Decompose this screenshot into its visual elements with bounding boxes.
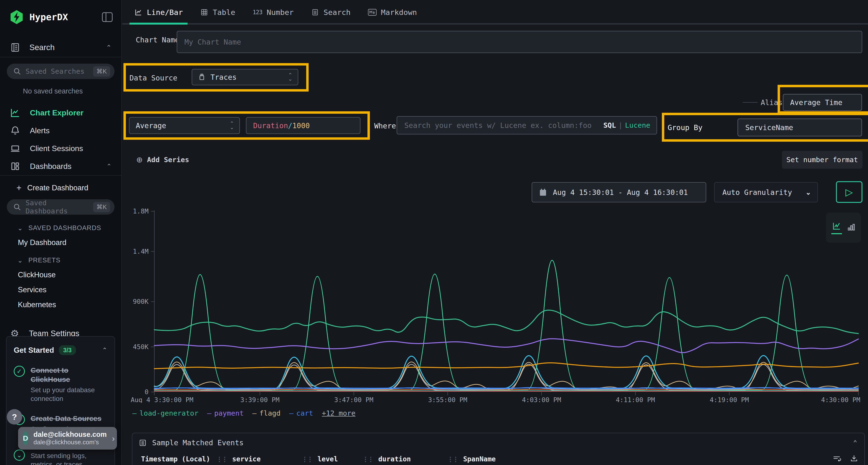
expression-input[interactable]: Duration/1000 xyxy=(246,117,361,134)
get-started-title: Get Started xyxy=(14,346,54,355)
svg-text:3:39:00 PM: 3:39:00 PM xyxy=(240,396,280,403)
get-started-item-send-data[interactable]: ⌄ Start sending logs, metrics, or traces xyxy=(14,450,107,465)
sql-mode[interactable]: SQL xyxy=(603,121,616,129)
column-header[interactable]: Timestamp (Local) xyxy=(141,455,210,463)
sidebar-item-team-settings[interactable]: ⚙ Team Settings xyxy=(0,309,121,339)
saved-searches-input[interactable]: Saved Searches ⌘K xyxy=(7,64,115,79)
legend-dash-icon: — xyxy=(132,409,136,417)
laptop-icon xyxy=(10,143,21,154)
kbd-shortcut: ⌘K xyxy=(93,66,110,77)
sidebar-item-services[interactable]: Services xyxy=(0,279,121,294)
legend-item[interactable]: — flagd xyxy=(252,409,281,417)
download-icon[interactable] xyxy=(849,455,859,464)
sidebar-item-my-dashboard[interactable]: My Dashboard xyxy=(0,232,121,247)
svg-text:450K: 450K xyxy=(133,343,149,351)
legend-item[interactable]: — cart xyxy=(289,409,313,417)
alias-input[interactable]: Average Time xyxy=(783,94,862,111)
column-resize-handle[interactable]: ⋮⋮ xyxy=(302,456,317,463)
sidebar-item-kubernetes[interactable]: Kubernetes xyxy=(0,294,121,309)
tab-line-bar[interactable]: Line/Bar xyxy=(134,0,183,25)
saved-dashboards-input[interactable]: Saved Dashboards ⌘K xyxy=(7,199,115,215)
time-range-picker[interactable]: Aug 4 15:30:01 - Aug 4 16:30:01 xyxy=(532,182,706,202)
chevron-up-icon[interactable]: ⌃ xyxy=(106,44,112,52)
granularity-select[interactable]: Auto Granularity ⌄ xyxy=(714,182,818,202)
column-resize-handle[interactable]: ⋮⋮ xyxy=(447,456,463,463)
set-number-format-button[interactable]: Set number format xyxy=(782,151,863,169)
hyperdx-logo-icon xyxy=(9,10,24,25)
column-header[interactable]: SpanName xyxy=(463,455,496,463)
get-started-item-connect[interactable]: ✓ Connect to ClickHouse Set up your data… xyxy=(14,366,107,403)
list-doc-icon xyxy=(138,439,147,447)
sidebar: HyperDX Search ⌃ Saved Searches ⌘K No sa… xyxy=(0,0,122,465)
check-circle-icon: ✓ xyxy=(14,366,25,377)
sample-events-card: Sample Matched Events ⌃ Timestamp (Local… xyxy=(132,433,865,465)
run-query-button[interactable]: ▷ xyxy=(836,181,863,203)
user-email: dale@clickhouse.com xyxy=(33,431,107,438)
aggregation-select[interactable]: Average ⌃⌄ xyxy=(129,117,240,134)
chevron-circle-icon: ⌄ xyxy=(14,450,25,461)
svg-text:900K: 900K xyxy=(133,298,149,305)
calendar-icon xyxy=(539,188,547,197)
legend-item[interactable]: — load-generator xyxy=(132,409,198,417)
legend-item[interactable]: — payment xyxy=(207,409,244,417)
tab-markdown[interactable]: Markdown xyxy=(368,0,417,25)
column-resize-handle[interactable]: ⋮⋮ xyxy=(216,456,232,463)
no-saved-searches-text: No saved searches xyxy=(0,79,121,95)
lucene-mode[interactable]: Lucene xyxy=(625,121,650,129)
sidebar-item-alerts[interactable]: Alerts xyxy=(0,122,121,139)
plus-icon: + xyxy=(17,183,22,193)
sidebar-item-clickhouse[interactable]: ClickHouse xyxy=(0,264,121,279)
query-language-toggle[interactable]: SQL|Lucene xyxy=(603,121,656,129)
database-icon xyxy=(198,73,206,81)
column-header[interactable]: service xyxy=(232,455,261,463)
group-by-input[interactable]: ServiceName xyxy=(738,119,862,136)
sidebar-item-client-sessions[interactable]: Client Sessions xyxy=(0,139,121,157)
svg-text:Aug 4 3:30:00 PM: Aug 4 3:30:00 PM xyxy=(131,396,193,403)
wrap-lines-icon[interactable] xyxy=(832,455,841,464)
create-dashboard-button[interactable]: + Create Dashboard xyxy=(0,176,121,193)
chevron-down-icon: ⌄ xyxy=(18,257,23,264)
where-input[interactable]: Search your events w/ Lucene ex. column:… xyxy=(397,116,657,134)
alias-connector-line xyxy=(743,102,757,103)
column-header[interactable]: duration xyxy=(378,455,411,463)
legend-dash-icon: — xyxy=(207,409,211,417)
tab-search[interactable]: Search xyxy=(311,0,350,25)
timeseries-chart[interactable]: 1.8M1.4M900K450K0Aug 4 3:30:00 PM3:39:00… xyxy=(130,208,863,403)
svg-text:3:55:00 PM: 3:55:00 PM xyxy=(428,396,467,403)
tab-table[interactable]: Table xyxy=(200,0,235,25)
sidebar-item-dashboards[interactable]: Dashboards ⌃ xyxy=(0,157,121,175)
legend-more-link[interactable]: +12 more xyxy=(322,409,355,417)
search-icon xyxy=(13,67,21,75)
presets-group[interactable]: ⌄ PRESETS xyxy=(0,247,121,264)
collapse-sidebar-icon[interactable] xyxy=(102,12,113,22)
chart-name-input[interactable]: My Chart Name xyxy=(177,31,862,53)
help-button[interactable]: ? xyxy=(7,409,22,425)
search-icon xyxy=(13,203,21,211)
column-resize-handle[interactable]: ⋮⋮ xyxy=(362,456,378,463)
user-menu[interactable]: D dale@clickhouse.com dale@clickhouse.co… xyxy=(18,427,117,450)
group-by-label: Group By xyxy=(668,123,703,132)
saved-dashboards-group[interactable]: ⌄ SAVED DASHBOARDS xyxy=(0,215,121,232)
svg-text:1.8M: 1.8M xyxy=(133,208,149,215)
saved-dashboards-placeholder: Saved Dashboards xyxy=(26,199,89,215)
sidebar-section-search[interactable]: Search ⌃ xyxy=(0,38,121,57)
column-header[interactable]: level xyxy=(317,455,338,463)
chart-legend: — load-generator — payment — flagd — car… xyxy=(132,409,355,417)
app-logo-row: HyperDX xyxy=(0,0,121,25)
journal-icon xyxy=(10,42,21,53)
chevron-up-icon[interactable]: ⌃ xyxy=(106,163,112,170)
chevron-up-icon[interactable]: ⌃ xyxy=(102,346,107,354)
tab-number[interactable]: 123 Number xyxy=(253,0,294,25)
bell-icon xyxy=(10,126,21,136)
markdown-icon xyxy=(368,9,377,16)
sidebar-item-chart-explorer[interactable]: Chart Explorer xyxy=(0,104,121,122)
data-source-select[interactable]: Traces ⌃⌄ xyxy=(192,69,298,85)
user-team: dale@clickhouse.com's xyxy=(33,438,107,446)
chevron-down-icon: ⌄ xyxy=(18,224,23,232)
add-series-button[interactable]: ⊕ Add Series xyxy=(136,155,189,164)
chevron-up-icon[interactable]: ⌃ xyxy=(853,439,857,447)
svg-text:3:47:00 PM: 3:47:00 PM xyxy=(334,396,373,403)
svg-text:4:30:00 PM: 4:30:00 PM xyxy=(821,396,860,403)
svg-text:4:19:00 PM: 4:19:00 PM xyxy=(710,396,749,403)
main-content: Line/Bar Table 123 Number Search xyxy=(122,0,868,465)
